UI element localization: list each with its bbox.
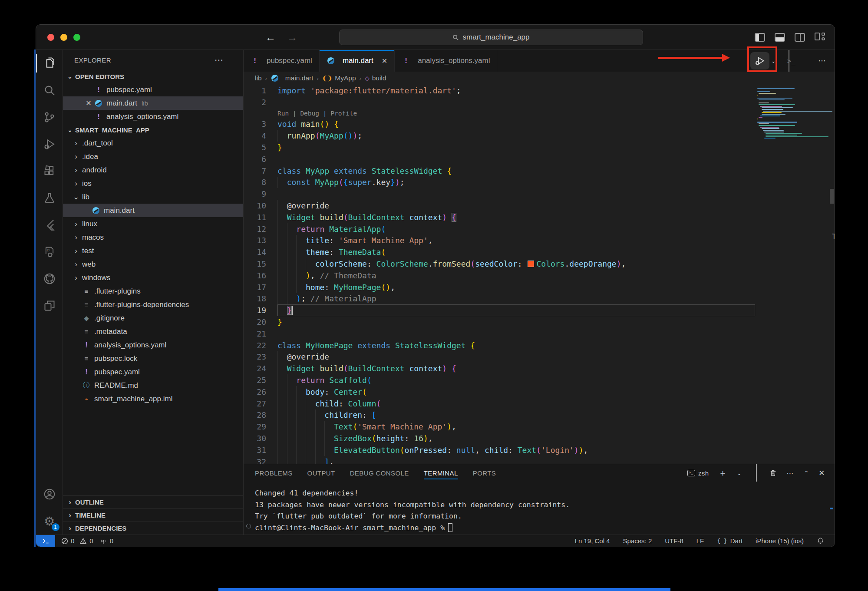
code-line[interactable]: 25return Scaffold(: [244, 374, 755, 386]
project-manager-icon[interactable]: c+: [36, 238, 63, 265]
code-line[interactable]: 11Widget build(BuildContext context) {: [244, 211, 755, 223]
tree-item--flutter-plugins[interactable]: ≡.flutter-plugins: [63, 284, 243, 298]
panel-tab-terminal[interactable]: TERMINAL: [424, 464, 458, 482]
tab-close-icon[interactable]: ✕: [382, 57, 387, 65]
code-line[interactable]: 5}: [244, 142, 755, 153]
code-line[interactable]: 12return MaterialApp(: [244, 223, 755, 235]
terminal-output[interactable]: Changed 41 dependencies!13 packages have…: [244, 482, 835, 534]
split-terminal-icon[interactable]: [751, 469, 760, 477]
panel-more-actions-icon[interactable]: ⋯: [786, 469, 794, 477]
status-utf-8[interactable]: UTF-8: [665, 537, 683, 545]
status-iphone-15-ios-[interactable]: iPhone (15) (ios): [756, 537, 804, 545]
codelens-run-debug-profile[interactable]: Run | Debug | Profile: [244, 108, 755, 119]
code-line[interactable]: 16), // ThemeData: [244, 270, 755, 281]
code-line[interactable]: 1import 'package:flutter/material.dart';: [244, 85, 755, 96]
code-line[interactable]: 24Widget build(BuildContext context) {: [244, 363, 755, 374]
breadcrumb-myapp[interactable]: ❨❩MyApp: [322, 74, 356, 82]
tree-item--dart-tool[interactable]: ›.dart_tool: [63, 136, 243, 150]
tree-item-macos[interactable]: ›macos: [63, 231, 243, 244]
accounts-icon[interactable]: [36, 481, 63, 508]
sidebar-section-dependencies[interactable]: ›DEPENDENCIES: [63, 522, 243, 535]
explorer-icon[interactable]: [36, 50, 63, 77]
minimize-window-button[interactable]: [60, 34, 67, 41]
tree-item-pubspec-lock[interactable]: ≡pubspec.lock: [63, 352, 243, 365]
panel-tab-output[interactable]: OUTPUT: [307, 464, 335, 482]
code-line[interactable]: 14theme: ThemeData(: [244, 246, 755, 258]
color-swatch-deep-orange[interactable]: [528, 261, 534, 267]
code-line[interactable]: 21: [244, 328, 755, 340]
code-line[interactable]: 32],: [244, 456, 755, 464]
panel-tab-ports[interactable]: PORTS: [473, 464, 496, 482]
search-icon[interactable]: [36, 77, 63, 104]
code-editor[interactable]: 1import 'package:flutter/material.dart';…: [244, 85, 755, 464]
terminal-shell-selector[interactable]: >_ zsh: [687, 469, 709, 477]
tree-item-readme-md[interactable]: ⓘREADME.md: [63, 379, 243, 392]
code-line[interactable]: 4runApp(MyApp());: [244, 130, 755, 142]
code-line[interactable]: 13title: 'Smart Machine App',: [244, 235, 755, 247]
open-editor-item[interactable]: !pubspec.yaml: [63, 83, 243, 96]
run-debug-icon[interactable]: [36, 131, 63, 158]
tree-item--idea[interactable]: ›.idea: [63, 150, 243, 163]
command-center-search[interactable]: smart_machine_app: [339, 30, 643, 45]
code-line[interactable]: 30SizedBox(height: 16),: [244, 433, 755, 444]
code-line[interactable]: 17home: MyHomePage(),: [244, 281, 755, 293]
tree-item-linux[interactable]: ›linux: [63, 217, 243, 231]
code-line[interactable]: 2: [244, 96, 755, 108]
code-line[interactable]: 19}: [244, 304, 755, 316]
status-bell[interactable]: [817, 537, 824, 545]
scrollbar-thumb[interactable]: [830, 189, 834, 204]
code-line[interactable]: 27child: Column(: [244, 398, 755, 409]
live-preview-icon[interactable]: [36, 292, 63, 319]
toggle-panel-icon[interactable]: [775, 33, 785, 42]
status-lf[interactable]: LF: [696, 537, 704, 545]
open-editor-item[interactable]: !analysis_options.yaml: [63, 110, 243, 123]
tree-item--flutter-plugins-dependencies[interactable]: ≡.flutter-plugins-dependencies: [63, 298, 243, 311]
maximize-panel-icon[interactable]: ⌃: [804, 469, 809, 476]
problems-status[interactable]: 0 0: [61, 537, 93, 545]
new-terminal-icon[interactable]: ＋: [719, 467, 727, 479]
settings-gear-icon[interactable]: ⚙ 1: [36, 508, 63, 535]
status-ln-19-col-4[interactable]: Ln 19, Col 4: [575, 537, 610, 545]
code-line[interactable]: 20}: [244, 316, 755, 328]
code-line[interactable]: 18); // MaterialApp: [244, 293, 755, 305]
remote-indicator[interactable]: [36, 535, 55, 547]
project-root-header[interactable]: ⌄SMART_MACHINE_APP: [63, 123, 243, 136]
code-line[interactable]: 8const MyApp({super.key});: [244, 177, 755, 188]
tab-main-dart[interactable]: main.dart✕: [320, 50, 395, 72]
code-line[interactable]: 9: [244, 188, 755, 200]
code-line[interactable]: 23@override: [244, 351, 755, 363]
toggle-sidebar-icon[interactable]: [755, 33, 765, 42]
source-control-icon[interactable]: [36, 104, 63, 131]
tree-item--metadata[interactable]: ≡.metadata: [63, 325, 243, 338]
ports-status[interactable]: 0: [99, 537, 113, 545]
tree-item-web[interactable]: ›web: [63, 258, 243, 271]
zoom-window-button[interactable]: [73, 34, 80, 41]
tree-item-analysis-options-yaml[interactable]: !analysis_options.yaml: [63, 338, 243, 352]
tab-analysis-options-yaml[interactable]: !analysis_options.yaml: [395, 50, 497, 72]
flutter-icon[interactable]: [36, 211, 63, 238]
terminal-dropdown-icon[interactable]: ⌄: [737, 470, 742, 476]
code-line[interactable]: 31ElevatedButton(onPressed: null, child:…: [244, 444, 755, 456]
code-line[interactable]: 28children: [: [244, 409, 755, 421]
tree-item-pubspec-yaml[interactable]: !pubspec.yaml: [63, 365, 243, 379]
toggle-secondary-sidebar-icon[interactable]: [795, 33, 805, 42]
customize-layout-icon[interactable]: [815, 33, 826, 42]
tree-item-lib[interactable]: ⌄lib: [63, 190, 243, 204]
kill-terminal-icon[interactable]: [769, 469, 777, 477]
panel-tab-debug-console[interactable]: DEBUG CONSOLE: [350, 464, 409, 482]
code-line[interactable]: 15colorScheme: ColorScheme.fromSeed(seed…: [244, 258, 755, 270]
sidebar-section-timeline[interactable]: ›TIMELINE: [63, 508, 243, 522]
code-line[interactable]: 10@override: [244, 200, 755, 211]
breadcrumb-lib[interactable]: lib: [255, 74, 262, 82]
command-decoration-circle[interactable]: [246, 524, 251, 528]
open-editor-item[interactable]: ✕main.dartlib: [63, 96, 243, 110]
forward-button[interactable]: →: [287, 31, 297, 43]
tree-item-test[interactable]: ›test: [63, 244, 243, 258]
explorer-more-actions[interactable]: ⋯: [215, 55, 224, 65]
github-icon[interactable]: [36, 265, 63, 292]
code-line[interactable]: 7class MyApp extends StatelessWidget {: [244, 165, 755, 177]
breadcrumb-main-dart[interactable]: main.dart: [271, 74, 314, 83]
breadcrumb-build[interactable]: ◇build: [365, 74, 386, 82]
tree-item-ios[interactable]: ›ios: [63, 177, 243, 190]
tree-item--gitignore[interactable]: ◆.gitignore: [63, 311, 243, 325]
